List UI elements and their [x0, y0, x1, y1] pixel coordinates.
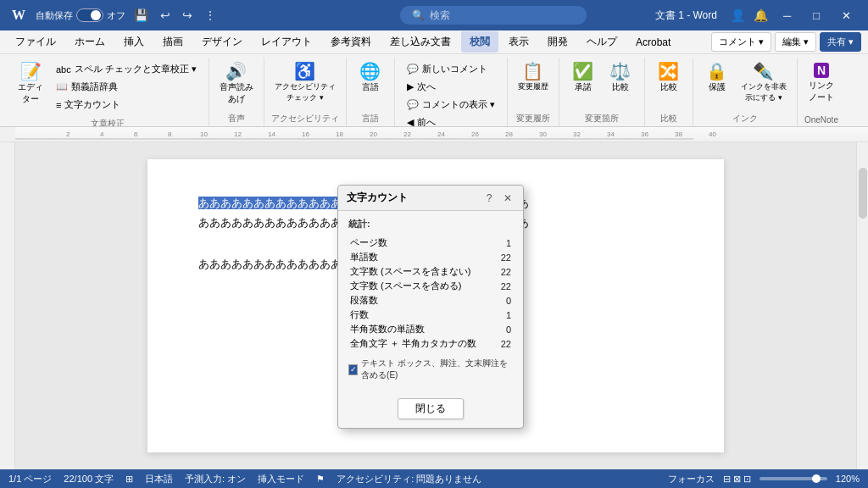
toggle-knob [91, 10, 101, 20]
left-ruler [0, 142, 15, 469]
document-title: 文書 1 - Word [655, 8, 717, 23]
maximize-button[interactable]: □ [803, 4, 830, 27]
svg-text:22: 22 [403, 130, 411, 138]
ribbon-group-accessibility: ♿ アクセシビリティチェック ▾ アクセシビリティ [264, 58, 347, 126]
undo-icon[interactable]: ↩ [157, 7, 174, 24]
menu-item-acrobat[interactable]: Acrobat [627, 33, 679, 52]
doc-line2-text: ああああああああああああああ [198, 216, 353, 229]
close-button[interactable]: ✕ [832, 4, 861, 27]
svg-text:8: 8 [168, 130, 172, 138]
menu-item-draw[interactable]: 描画 [154, 31, 192, 53]
menu-item-insert[interactable]: 挿入 [115, 31, 153, 53]
status-wordcount: 22/100 文字 [64, 473, 114, 485]
ribbon-editor-btn[interactable]: 📝 エディター [14, 61, 47, 107]
user-icon[interactable]: 👤 [727, 7, 748, 24]
menu-item-mailings[interactable]: 差し込み文書 [381, 31, 459, 53]
dialog-stats-table: ページ数 1 単語数 22 文字数 (スペースを含まない) 22 文字数 (スペ… [348, 236, 513, 351]
ribbon-group-proofreading: 📝 エディター abc スペル チェックと文章校正 ▾ 📖 類義語辞典 ≡ 文字… [7, 58, 209, 126]
ribbon-language-btn[interactable]: 🌐 言語 [353, 61, 387, 95]
dialog-close-x-btn[interactable]: ✕ [501, 191, 515, 205]
right-scrollbar[interactable] [856, 142, 868, 469]
svg-text:34: 34 [607, 130, 615, 138]
svg-text:18: 18 [336, 130, 343, 138]
dialog-checkbox-row[interactable]: テキスト ボックス、脚注、文末脚注を含める(E) [348, 358, 513, 381]
search-input[interactable] [430, 9, 565, 21]
zoom-slider[interactable] [760, 477, 827, 480]
search-box[interactable]: 🔍 [400, 6, 587, 25]
compare-sm-icon: ⚖️ [609, 63, 631, 80]
edit-btn[interactable]: 編集 ▾ [775, 32, 816, 52]
status-accessibility: アクセシビリティ: 問題ありません [337, 473, 481, 485]
ribbon-tts-btn[interactable]: 🔊 音声読みあげ [216, 61, 257, 107]
menu-item-help[interactable]: ヘルプ [578, 31, 626, 53]
word-app-icon: W [7, 3, 31, 27]
zoom-thumb [812, 474, 821, 483]
menu-item-references[interactable]: 参考資料 [322, 31, 380, 53]
share-btn[interactable]: 共有 ▾ [820, 32, 861, 52]
menu-item-file[interactable]: ファイル [7, 31, 64, 53]
ribbon-group-label-accessibility: アクセシビリティ [271, 111, 339, 126]
menu-item-view[interactable]: 表示 [500, 31, 537, 53]
ribbon-protect-btn[interactable]: 🔒 保護 [700, 61, 734, 95]
ribbon-group-voice: 🔊 音声読みあげ 音声 [209, 58, 264, 126]
ribbon-group-label-accept: 変更箇所 [585, 111, 619, 126]
ribbon-prev-comment-btn[interactable]: ◀ 前へ [402, 114, 441, 127]
dialog-body: 統計: ページ数 1 単語数 22 文字数 (スペースを含まない) 22 [338, 211, 523, 395]
table-row: 文字数 (スペースを含まない) 22 [348, 264, 513, 279]
menu-item-home[interactable]: ホーム [66, 31, 114, 53]
save-icon[interactable]: 💾 [131, 7, 152, 24]
table-row: 半角英数の単語数 0 [348, 322, 513, 336]
ribbon-spell-col: abc スペル チェックと文章校正 ▾ 📖 類義語辞典 ≡ 文字カウント [51, 61, 202, 113]
doc-scroll[interactable]: ああああああああああああああああああああああああああああああ あああああああああ… [15, 142, 856, 469]
ribbon-ink-btn[interactable]: ✒️ インクを非表示にする ▾ [737, 61, 790, 105]
svg-text:4: 4 [100, 130, 104, 138]
dialog-title: 文字カウント [347, 191, 408, 205]
menu-bar: ファイル ホーム 挿入 描画 デザイン レイアウト 参考資料 差し込み文書 校閲… [0, 30, 868, 54]
autosave-label: 自動保存 [36, 9, 73, 22]
menu-item-review[interactable]: 校閲 [461, 31, 498, 53]
dialog-help-btn[interactable]: ? [482, 191, 496, 205]
menu-item-design[interactable]: デザイン [193, 31, 251, 53]
table-row: 行数 1 [348, 308, 513, 322]
ribbon-thesaurus-btn[interactable]: 📖 類義語辞典 [51, 79, 202, 95]
scrollbar-track[interactable] [857, 142, 868, 469]
status-view-icons: ⊟ ⊠ ⊡ [723, 474, 751, 485]
ribbon-group-label-voice: 音声 [228, 111, 245, 126]
status-bar-right: フォーカス ⊟ ⊠ ⊡ 120% [668, 473, 860, 485]
ribbon-wordcount-btn[interactable]: ≡ 文字カウント [51, 97, 202, 113]
dialog-close-button[interactable]: 閉じる [398, 398, 464, 419]
svg-text:30: 30 [539, 130, 547, 138]
bell-icon[interactable]: 🔔 [750, 7, 771, 24]
language-icon: 🌐 [359, 63, 381, 80]
ink-icon: ✒️ [753, 63, 774, 80]
redo-icon[interactable]: ↪ [179, 7, 196, 24]
ruler-svg: 2 4 6 8 10 12 14 16 18 20 22 24 26 28 30… [15, 127, 868, 141]
scrollbar-thumb[interactable] [859, 168, 867, 219]
svg-text:16: 16 [302, 130, 309, 138]
ribbon-compare-sm-btn[interactable]: ⚖️ 比較 [604, 61, 637, 95]
ribbon-compare-btn[interactable]: 🔀 比較 [652, 61, 686, 95]
menu-item-layout[interactable]: レイアウト [253, 31, 320, 53]
minimize-button[interactable]: ─ [773, 4, 801, 27]
menu-item-dev[interactable]: 開発 [539, 31, 576, 53]
ribbon: 📝 エディター abc スペル チェックと文章校正 ▾ 📖 類義語辞典 ≡ 文字… [0, 54, 868, 127]
table-row: 単語数 22 [348, 250, 513, 264]
ribbon-group-onenote: N リンクノート OneNote [798, 58, 845, 126]
comment-btn[interactable]: コメント ▾ [711, 32, 771, 52]
ribbon-accessibility-btn[interactable]: ♿ アクセシビリティチェック ▾ [271, 61, 339, 105]
ribbon-accept-btn[interactable]: ✅ 承諾 [566, 61, 600, 95]
ribbon-onenote-btn[interactable]: N リンクノート [804, 61, 838, 105]
ribbon-track-btn[interactable]: 📋 変更履歴 [515, 61, 552, 94]
ribbon-show-comment-btn[interactable]: 💬 コメントの表示 ▾ [402, 97, 500, 113]
svg-text:40: 40 [709, 130, 716, 138]
more-commands-icon[interactable]: ⋮ [201, 7, 220, 24]
ribbon-new-comment-btn[interactable]: 💬 新しいコメント [402, 61, 492, 77]
autosave-toggle[interactable] [76, 8, 103, 22]
ribbon-next-comment-btn[interactable]: ▶ 次へ [402, 79, 441, 95]
dialog-titlebar: 文字カウント ? ✕ [338, 186, 523, 211]
doc-area: ああああああああああああああああああああああああああああああ あああああああああ… [0, 142, 868, 469]
title-bar-left: W 自動保存 オフ 💾 ↩ ↪ ⋮ [7, 3, 331, 27]
include-textbox-checkbox[interactable] [348, 364, 358, 375]
ribbon-spell-btn[interactable]: abc スペル チェックと文章校正 ▾ [51, 61, 202, 77]
svg-text:26: 26 [471, 130, 479, 138]
